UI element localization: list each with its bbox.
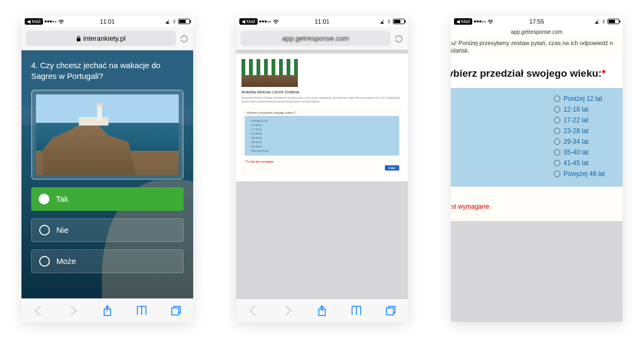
option[interactable]: 29-34 lat (249, 136, 395, 139)
clock: 11:01 (236, 18, 408, 25)
battery-icon (608, 19, 619, 24)
phone-1: ◀ Mail 11:01 interankiety.pl 4. Czy chce… (21, 16, 193, 322)
url-bar: app.getresponse.com (236, 27, 408, 50)
battery-icon (393, 19, 405, 24)
option-tak[interactable]: Tak (31, 187, 184, 211)
radio-icon (39, 194, 49, 204)
reload-icon[interactable] (179, 34, 189, 43)
option[interactable]: 17-22 lat (554, 115, 618, 126)
url-text[interactable]: app.getresponse.com (451, 27, 623, 36)
status-bar: ◀ Mail 11:01 (236, 16, 408, 27)
radio-icon (554, 171, 560, 177)
radio-icon (554, 160, 560, 166)
question-text: 4. Czy chcesz jechać na wakacje do Sagre… (31, 60, 184, 82)
url-text: interankiety.pl (83, 34, 126, 42)
phone-3: ◀ Mail 17:55 app.getresponse.com icu! Po… (451, 16, 623, 322)
forward-icon[interactable] (67, 305, 79, 317)
option[interactable]: 17-22 lat (249, 128, 395, 131)
clock: 17:55 (451, 18, 623, 25)
option[interactable]: 12-16 lat (554, 104, 618, 115)
question-heading: ybierz przedział swojego wieku:* (451, 58, 623, 88)
radio-icon (554, 138, 560, 145)
option-label: Może (56, 256, 76, 266)
url-field[interactable]: app.getresponse.com (240, 31, 391, 46)
forward-icon[interactable] (282, 305, 294, 317)
radio-icon (554, 117, 560, 123)
url-field[interactable]: interankiety.pl (26, 31, 176, 46)
option[interactable]: 35-40 lat (554, 147, 618, 158)
page-content: icu! Poniżej przesyłamy zestaw pytań, cz… (451, 36, 623, 322)
battery-icon (178, 19, 190, 24)
clock: 11:01 (21, 18, 193, 25)
url-bar: interankiety.pl (21, 27, 193, 50)
option[interactable]: 41-45 lat (249, 145, 395, 148)
page-content: Ankieta kibiców Lechii Gdańsk Szanowny K… (236, 50, 408, 298)
option-label: Nie (56, 225, 69, 234)
radio-icon (554, 149, 560, 156)
option[interactable]: Powyżej 46 lat (554, 168, 618, 179)
options-box: Poniżej 12 lat 12-16 lat 17-22 lat 23-28… (451, 88, 623, 187)
option-nie[interactable]: Nie (31, 218, 184, 242)
option[interactable]: 23-28 lat (249, 132, 395, 135)
option[interactable]: 41-45 lat (554, 158, 618, 168)
option[interactable]: Poniżej 12 lat (249, 119, 395, 122)
page-content: 4. Czy chcesz jechać na wakacje do Sagre… (21, 50, 193, 298)
safari-toolbar (21, 298, 193, 322)
option[interactable]: 35-40 lat (249, 141, 395, 144)
status-bar: ◀ Mail 17:55 (451, 16, 623, 27)
status-bar: ◀ Mail 11:01 (21, 16, 193, 27)
question-image (31, 90, 184, 180)
bookmarks-icon[interactable] (136, 305, 148, 317)
share-icon[interactable] (316, 305, 328, 317)
bookmarks-icon[interactable] (350, 305, 362, 317)
radio-icon (554, 95, 560, 102)
url-text: app.getresponse.com (282, 34, 349, 42)
share-icon[interactable] (101, 305, 113, 317)
back-icon[interactable] (33, 305, 45, 317)
intro-fragment: icu! Poniżej przesyłamy zestaw pytań, cz… (451, 36, 623, 58)
back-icon[interactable] (247, 305, 259, 317)
tabs-icon[interactable] (385, 305, 397, 317)
radio-icon (39, 225, 50, 236)
reload-icon[interactable] (394, 34, 404, 43)
radio-icon (39, 256, 50, 267)
required-msg: * To pole jest wymagane (245, 160, 399, 163)
question-label: › Wybierz przedział swojego wieku:* (245, 109, 399, 116)
radio-icon (554, 106, 560, 113)
tabs-icon[interactable] (170, 305, 182, 317)
option[interactable]: 23-28 lat (554, 126, 618, 136)
required-fragment: est wymagane. (451, 187, 623, 221)
form-title: Ankieta kibiców Lechii Gdańsk (241, 90, 402, 94)
option[interactable]: Poniżej 12 lat (554, 93, 618, 104)
options-box: Poniżej 12 lat 12-16 lat 17-22 lat 23-28… (245, 116, 399, 156)
option[interactable]: Powyżej 46 lat (249, 149, 395, 152)
form-description: Szanowny Kibicu! Poniżej przesyłamy zest… (241, 96, 402, 103)
radio-icon (554, 128, 560, 134)
phone-2: ◀ Mail 11:01 app.getresponse.com Ankieta… (236, 16, 408, 322)
option-moze[interactable]: Może (31, 249, 184, 273)
safari-toolbar (236, 298, 408, 322)
option[interactable]: 29-34 lat (554, 136, 618, 147)
next-button[interactable]: Dalej (385, 165, 399, 171)
header-image (241, 59, 298, 87)
option[interactable]: 12-16 lat (249, 123, 395, 127)
lock-icon (76, 35, 81, 42)
option-label: Tak (56, 194, 68, 203)
